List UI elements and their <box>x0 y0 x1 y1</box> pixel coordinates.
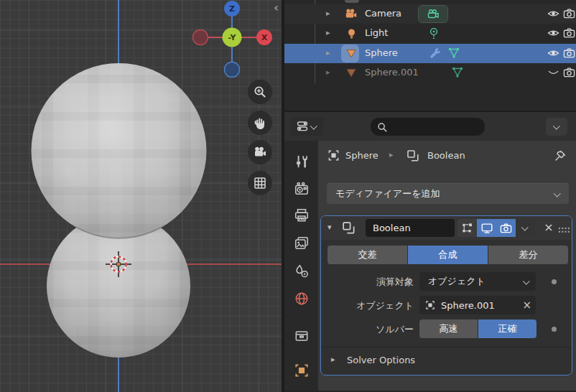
cursor-3d <box>103 248 134 280</box>
operation-difference[interactable]: 差分 <box>488 246 568 264</box>
object-row: オブジェクト Sphere.001 × <box>321 296 573 314</box>
tab-world[interactable] <box>292 289 310 307</box>
toggle-ortho-button[interactable] <box>248 171 272 195</box>
light-object-icon <box>343 26 359 41</box>
expand-arrow-icon[interactable]: ▸ <box>326 28 330 37</box>
operation-union[interactable]: 合成 <box>408 246 488 264</box>
modifier-panel-header[interactable]: ▾ Boolean <box>321 216 572 240</box>
chevron-down-icon <box>521 224 529 231</box>
breadcrumb-modifier-name[interactable]: Boolean <box>427 150 465 161</box>
outliner-item-name: Light <box>365 27 388 38</box>
modifier-extras-button[interactable] <box>516 219 535 237</box>
outliner-item-name: Camera <box>365 8 401 19</box>
pin-icon[interactable] <box>553 149 567 165</box>
hide-viewport-toggle-closed[interactable] <box>547 67 559 80</box>
expand-arrow-icon[interactable]: ▸ <box>326 67 330 77</box>
tab-view-layer[interactable] <box>292 234 310 252</box>
operand-type-row: 演算対象 オブジェクト <box>321 272 573 291</box>
mesh-object-icon <box>343 46 359 61</box>
editor-type-button[interactable] <box>290 117 323 136</box>
outliner-row-light[interactable]: ▸ Light <box>284 24 576 43</box>
sidebar-collapse-arrow[interactable]: ‹ <box>271 1 282 15</box>
properties-tab-strip <box>284 141 318 392</box>
object-icon <box>424 299 436 311</box>
object-field[interactable]: Sphere.001 × <box>419 296 536 314</box>
gizmo-neg-x-ball[interactable] <box>193 30 208 45</box>
zoom-button[interactable] <box>248 80 272 104</box>
properties-search[interactable] <box>371 118 485 136</box>
animate-decorator-dot[interactable] <box>552 327 557 332</box>
modifier-wrench-icon[interactable] <box>428 47 441 62</box>
camera-icon <box>500 223 512 234</box>
mesh-data-icon[interactable] <box>447 47 460 61</box>
navigation-gizmo[interactable]: Z X -Y <box>192 0 274 79</box>
modifier-name-field[interactable]: Boolean <box>366 219 455 237</box>
tab-object[interactable] <box>292 361 310 379</box>
solver-row: ソルバー 高速 正確 <box>321 319 573 338</box>
mesh-object-icon <box>343 65 359 80</box>
solver-fast-button[interactable]: 高速 <box>419 319 478 338</box>
zoom-icon <box>253 85 267 99</box>
search-icon <box>376 121 388 133</box>
outliner-row-sphere[interactable]: ▸ Sphere <box>284 44 576 63</box>
camera-view-button[interactable] <box>248 140 272 164</box>
operand-type-label: 演算対象 <box>321 276 414 289</box>
render-display-toggle[interactable] <box>496 219 516 237</box>
blender-window: Z X -Y <box>0 0 576 392</box>
expand-arrow-icon[interactable]: ▸ <box>326 48 330 57</box>
gizmo-neg-y-label: -Y <box>228 33 237 42</box>
disable-render-toggle[interactable] <box>563 47 575 61</box>
disable-render-toggle[interactable] <box>563 8 575 22</box>
add-modifier-label: モディファイアーを追加 <box>335 187 440 200</box>
add-modifier-button[interactable]: モディファイアーを追加 <box>327 183 569 204</box>
breadcrumb: Sphere ▸ Boolean <box>318 145 576 167</box>
properties-editor-icon <box>297 120 310 133</box>
animate-decorator-dot[interactable] <box>552 279 557 284</box>
tab-tool[interactable] <box>292 152 310 170</box>
grid-icon <box>253 176 267 190</box>
delete-modifier-button[interactable]: × <box>541 220 557 235</box>
tab-output[interactable] <box>292 206 310 224</box>
collapse-triangle-icon[interactable]: ▾ <box>328 223 332 232</box>
panel-separator <box>321 347 572 347</box>
pan-button[interactable] <box>248 111 272 135</box>
drag-handle-icon[interactable] <box>558 225 570 235</box>
outliner-partial-row-above <box>345 0 359 3</box>
search-input[interactable] <box>388 122 474 132</box>
expand-arrow-icon[interactable]: ▸ <box>326 9 330 18</box>
solver-options-label: Solver Options <box>347 355 415 365</box>
light-data-icon[interactable] <box>427 27 440 42</box>
boolean-modifier-panel: ▾ Boolean <box>320 215 572 375</box>
object-label: オブジェクト <box>321 299 414 312</box>
outliner-row-camera[interactable]: ▸ Camera <box>284 4 576 24</box>
operation-intersect[interactable]: 交差 <box>328 246 407 264</box>
disable-render-toggle[interactable] <box>563 67 575 80</box>
hide-viewport-toggle[interactable] <box>547 27 559 41</box>
mesh-data-icon[interactable] <box>451 66 464 80</box>
operand-type-dropdown[interactable]: オブジェクト <box>419 272 536 291</box>
clear-object-button[interactable]: × <box>522 299 531 312</box>
breadcrumb-object-name[interactable]: Sphere <box>345 150 378 161</box>
solver-options-subpanel[interactable]: ▸ Solver Options <box>321 350 572 372</box>
hide-viewport-toggle[interactable] <box>547 47 559 61</box>
hand-icon <box>253 116 267 130</box>
camera-object-icon <box>343 6 359 22</box>
outliner-row-sphere-001[interactable]: ▸ Sphere.001 <box>284 63 576 83</box>
tab-scene[interactable] <box>292 262 310 280</box>
gizmo-neg-z-ball[interactable] <box>225 62 240 78</box>
monitor-icon <box>480 222 493 235</box>
right-column: ▸ Camera <box>284 0 576 392</box>
header-menu-button[interactable] <box>546 118 567 136</box>
disable-render-toggle[interactable] <box>563 27 575 41</box>
hide-viewport-toggle[interactable] <box>547 8 559 22</box>
tab-render[interactable] <box>292 179 310 197</box>
camera-data-badge[interactable] <box>418 5 448 23</box>
chevron-down-icon <box>523 277 530 284</box>
object-value: Sphere.001 <box>436 300 495 311</box>
solver-exact-button[interactable]: 正確 <box>478 319 536 338</box>
viewport-3d[interactable]: Z X -Y <box>0 0 282 392</box>
tab-collection[interactable] <box>292 327 310 345</box>
edit-mode-display-toggle[interactable] <box>457 219 477 237</box>
realtime-display-toggle[interactable] <box>477 219 496 237</box>
outliner: ▸ Camera <box>284 0 576 112</box>
